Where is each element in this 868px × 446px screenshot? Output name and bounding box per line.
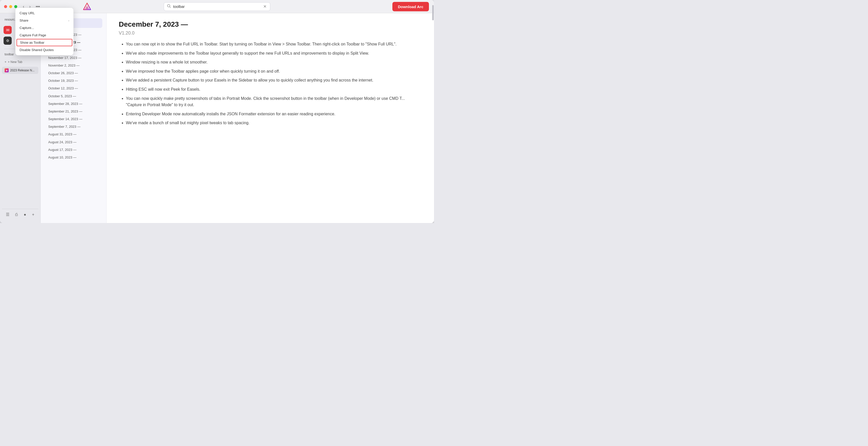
search-input[interactable] — [173, 4, 261, 9]
svg-line-1 — [170, 7, 171, 8]
toc-item-11[interactable]: September 14, 2023 — — [45, 115, 102, 123]
toc-item-5[interactable]: October 26, 2023 — — [45, 69, 102, 77]
bullet-item-0: You can now opt in to show the Full URL … — [126, 41, 422, 48]
toc-item-13[interactable]: August 31, 2023 — — [45, 130, 102, 138]
new-tab-button[interactable]: + + New Tab — [2, 59, 38, 65]
toc-item-15[interactable]: August 17, 2023 — — [45, 146, 102, 154]
bullet-item-3: We've improved how the Toolbar applies p… — [126, 68, 422, 75]
toc-item-16[interactable]: August 10, 2023 — — [45, 154, 102, 161]
toc-item-7[interactable]: October 12, 2023 — — [45, 85, 102, 92]
context-menu: Copy URL Share › Capture... Capture Full… — [15, 8, 73, 55]
toc-item-8[interactable]: October 5, 2023 — — [45, 92, 102, 100]
search-label: toolbar — [2, 52, 17, 57]
toc-item-4[interactable]: November 2, 2023 — — [45, 62, 102, 69]
tab-item-release-notes[interactable]: ★ 2023 Release N... — [2, 67, 38, 74]
search-clear-button[interactable]: ✕ — [263, 4, 267, 9]
sidebar-bottom-btn-menu[interactable]: ☰ — [4, 211, 11, 218]
context-menu-item-disable-quotes[interactable]: Disable Shared Quotes — [16, 46, 73, 54]
article-bullet-list: You can now opt in to show the Full URL … — [119, 41, 422, 126]
arc-logo — [83, 2, 92, 12]
main-layout: resourc... ✉ ● ✈ ⚙ ● ★ — [0, 13, 434, 223]
article-title: December 7, 2023 — — [119, 20, 422, 28]
search-icon — [167, 4, 171, 9]
toc-item-14[interactable]: August 24, 2023 — — [45, 139, 102, 146]
context-menu-item-copy-url[interactable]: Copy URL — [16, 9, 73, 17]
tab-favicon: ★ — [5, 68, 9, 72]
bullet-item-2: Window resizing is now a whole lot smoot… — [126, 59, 422, 65]
scrollbar-track[interactable] — [432, 13, 434, 223]
context-menu-item-capture[interactable]: Capture... — [16, 24, 73, 31]
sidebar-bottom-btn-dot[interactable]: ● — [22, 211, 28, 218]
bullet-item-5: Hitting ESC will now exit Peek for Easel… — [126, 86, 422, 93]
bullet-item-8: We've made a bunch of small but mighty p… — [126, 120, 422, 126]
toc-item-12[interactable]: September 7, 2023 — — [45, 123, 102, 130]
search-bar[interactable]: ✕ — [164, 2, 270, 11]
content-area: On this Page December 14, 2023 —December… — [41, 13, 434, 223]
context-menu-item-share[interactable]: Share › — [16, 17, 73, 24]
context-menu-item-show-toolbar[interactable]: Show as Toolbar — [17, 39, 72, 46]
search-bar-container: ✕ — [164, 2, 270, 11]
tab-title: 2023 Release N... — [10, 68, 34, 72]
share-submenu-chevron: › — [68, 19, 69, 22]
traffic-lights — [4, 5, 17, 8]
article: December 7, 2023 — V1.20.0 You can now o… — [106, 13, 434, 223]
sidebar-icon-red-mail[interactable]: ✉ — [3, 25, 12, 34]
bullet-item-6: You can now quickly make pretty screensh… — [126, 95, 422, 108]
sidebar-icon-github[interactable]: ⚙ — [3, 36, 12, 45]
close-button[interactable] — [4, 5, 7, 8]
sidebar-bottom-btn-add[interactable]: + — [30, 211, 36, 218]
toc-item-6[interactable]: October 19, 2023 — — [45, 77, 102, 85]
context-menu-item-capture-full[interactable]: Capture Full Page — [16, 31, 73, 39]
toc-item-9[interactable]: September 28, 2023 — — [45, 100, 102, 108]
toc-item-10[interactable]: September 21, 2023 — — [45, 108, 102, 115]
new-tab-label: + New Tab — [8, 60, 22, 64]
bullet-item-4: We've added a persistent Capture button … — [126, 77, 422, 84]
browser-window: ‹ › ••• — [0, 0, 434, 223]
bullet-item-7: Entering Developer Mode now automaticall… — [126, 111, 422, 117]
minimize-button[interactable] — [9, 5, 12, 8]
scrollbar-thumb[interactable] — [432, 13, 434, 20]
new-tab-plus-icon: + — [5, 60, 6, 64]
sidebar-bottom: ☰ ⎙ ● + — [2, 209, 38, 220]
sidebar-bottom-btn-capture[interactable]: ⎙ — [14, 211, 19, 218]
download-arc-button[interactable]: Download Arc — [392, 2, 429, 11]
article-version: V1.20.0 — [119, 30, 422, 36]
bullet-item-1: We've also made improvements to the Tool… — [126, 50, 422, 57]
